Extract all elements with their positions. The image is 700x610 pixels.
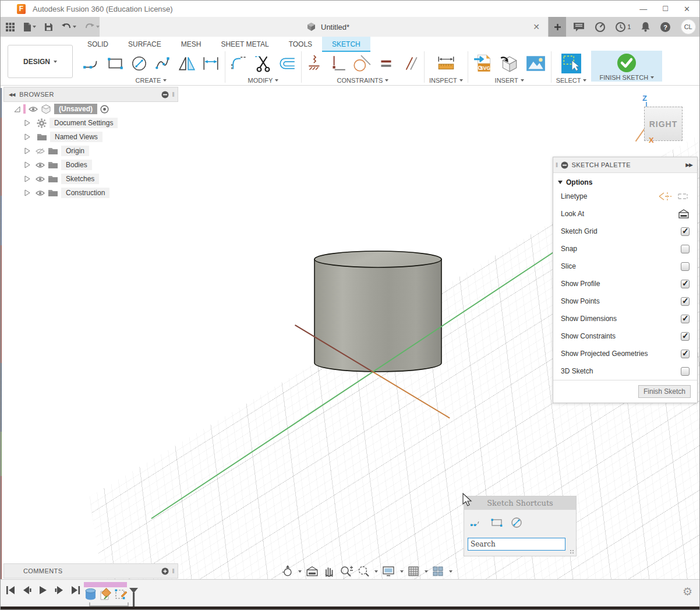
eye-visible-icon[interactable] [36,176,45,182]
job-status-button[interactable]: 1 [615,22,631,33]
browser-row-sketches[interactable]: Sketches [3,172,178,186]
dropdown-caret-icon[interactable] [298,570,302,573]
tangent-constraint-icon[interactable] [352,54,372,73]
line-shortcut-icon[interactable] [470,517,483,528]
collapsed-arrow-icon[interactable] [24,133,30,140]
design-workspace-selector[interactable]: DESIGN [8,45,73,78]
rectangle-shortcut-icon[interactable] [490,517,503,528]
panel-resize-handle[interactable]: ‖ [556,162,558,168]
create-menu[interactable]: CREATE [136,77,167,84]
fix-constraint-icon[interactable] [306,54,324,73]
parallel-constraint-icon[interactable] [401,54,419,73]
insert-svg-icon[interactable]: SVG [473,53,494,74]
activate-target-icon[interactable] [100,105,109,114]
timeline-settings-gear-icon[interactable]: ⚙ [683,585,692,598]
timeline-sketch-feature[interactable] [99,588,112,601]
panel-resize-handle[interactable]: ‖ [172,568,175,574]
show-points-checkbox[interactable] [681,297,690,306]
timeline-position-marker[interactable] [129,588,139,608]
go-to-start-button[interactable] [5,585,16,595]
offset-tool-icon[interactable] [278,54,296,73]
collapse-panel-icon[interactable]: ◀◀ [9,92,15,97]
centerline-linetype-icon[interactable] [658,191,672,202]
pan-icon[interactable] [323,565,335,578]
shortcuts-search-input[interactable] [468,538,565,551]
line-tool-icon[interactable] [82,54,101,73]
collapsed-arrow-icon[interactable] [24,175,30,182]
show-projected-geometries-checkbox[interactable] [681,350,690,358]
vertical-horizontal-constraint-icon[interactable] [329,54,347,73]
dimension-tool-icon[interactable] [201,54,220,73]
maximize-button[interactable]: ☐ [662,5,669,13]
spline-tool-icon[interactable] [154,54,172,73]
save-button[interactable] [44,23,53,31]
notifications-button[interactable] [641,22,650,32]
browser-row-document-settings[interactable]: Document Settings [3,116,178,130]
add-comment-icon[interactable] [161,567,169,575]
expanded-arrow-icon[interactable] [14,106,20,112]
finish-sketch-button[interactable]: Finish Sketch [638,385,691,398]
tab-tools[interactable]: TOOLS [279,37,322,52]
insert-menu[interactable]: INSERT [495,77,524,84]
play-button[interactable] [38,585,48,595]
insert-image-icon[interactable] [525,55,546,72]
redo-button[interactable] [84,23,100,31]
circle-shortcut-icon[interactable] [511,517,522,528]
data-panel-button[interactable] [5,22,15,32]
sketch-grid-checkbox[interactable] [681,227,690,236]
tab-sketch[interactable]: SKETCH [322,37,370,52]
go-to-end-button[interactable] [70,585,81,595]
browser-root-row[interactable]: (Unsaved) [3,102,178,116]
tab-solid[interactable]: SOLID [77,37,118,52]
eye-visible-icon[interactable] [36,190,45,196]
circle-tool-icon[interactable] [130,54,149,73]
finish-sketch-icon[interactable] [616,52,637,73]
root-document-label[interactable]: (Unsaved) [54,104,97,114]
browser-item-label[interactable]: Construction [61,188,109,198]
eye-visible-icon[interactable] [36,162,45,168]
show-profile-checkbox[interactable] [681,280,690,288]
close-button[interactable]: ✕ [684,5,690,13]
construction-linetype-icon[interactable] [677,191,690,202]
sketch-palette-header[interactable]: ‖ SKETCH PALETTE ▶▶ [553,157,697,173]
collapsed-arrow-icon[interactable] [24,161,30,168]
tab-mesh[interactable]: MESH [171,37,211,52]
browser-row-named-views[interactable]: Named Views [3,130,178,144]
step-back-button[interactable] [22,585,32,595]
eye-visible-icon[interactable] [29,106,38,112]
cylinder-body[interactable] [311,247,445,378]
collapsed-arrow-icon[interactable] [24,147,30,154]
eye-hidden-icon[interactable] [36,147,45,155]
finish-sketch-menu[interactable]: FINISH SKETCH [599,74,654,81]
collapsed-arrow-icon[interactable] [24,189,30,196]
zoom-icon[interactable] [340,565,353,578]
slice-checkbox[interactable] [681,262,690,271]
help-button[interactable]: ? [660,22,671,33]
fit-icon[interactable] [358,565,370,578]
browser-item-label[interactable]: Bodies [61,160,92,170]
grid-display-icon[interactable] [408,566,420,577]
tab-surface[interactable]: SURFACE [118,37,171,52]
mirror-tool-icon[interactable] [178,54,196,73]
browser-header[interactable]: ◀◀ BROWSER ‖ [3,87,178,102]
dropdown-caret-icon[interactable] [374,570,378,573]
select-tool-icon[interactable] [561,53,582,74]
trim-tool-icon[interactable] [254,54,273,73]
timeline-edit-sketch-feature[interactable] [114,588,128,601]
extensions-button[interactable] [595,22,606,33]
dropdown-caret-icon[interactable] [449,570,452,573]
dropdown-caret-icon[interactable] [425,570,428,573]
measure-tool-icon[interactable] [436,54,456,73]
collapse-panel-icon[interactable]: ▶▶ [685,162,692,168]
view-cube[interactable]: RIGHT Z X [632,94,697,149]
timeline-cylinder-feature[interactable] [84,588,97,601]
insert-mesh-icon[interactable] [499,53,520,74]
look-at-icon[interactable] [678,209,690,219]
comments-panel-button[interactable] [573,22,585,32]
inspect-menu[interactable]: INSPECT [429,77,463,84]
browser-item-label[interactable]: Sketches [61,174,99,184]
browser-row-origin[interactable]: Origin [3,144,178,158]
browser-item-label[interactable]: Origin [61,146,89,156]
rectangle-tool-icon[interactable] [106,54,125,73]
panel-resize-handle[interactable]: ‖ [172,91,175,98]
